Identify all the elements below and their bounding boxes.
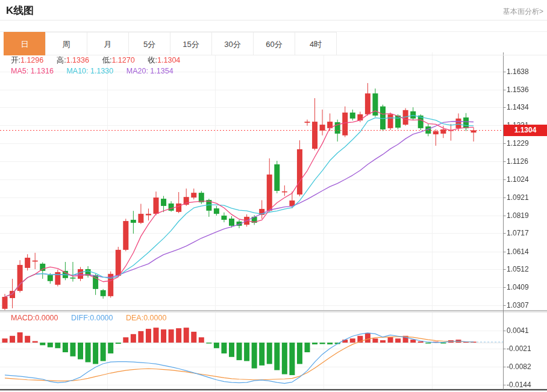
tab-5min[interactable]: 5分 [128, 32, 170, 55]
page-title: K线图 [6, 4, 34, 17]
tab-day[interactable]: 日 [4, 32, 46, 55]
tabbar-filler [337, 32, 547, 55]
header-divider [0, 20, 547, 20]
tab-60min[interactable]: 60分 [253, 32, 295, 55]
kline-page: K线图 基本面分析> 日 周 月 5分 15分 30分 60分 4时 开:1.1… [0, 0, 547, 392]
tab-4hour[interactable]: 4时 [295, 32, 337, 55]
tab-month[interactable]: 月 [87, 32, 129, 55]
kline-chart-canvas[interactable] [0, 0, 547, 392]
tab-30min[interactable]: 30分 [211, 32, 254, 55]
fundamental-analysis-link[interactable]: 基本面分析> [503, 7, 543, 17]
period-tabbar: 日 周 月 5分 15分 30分 60分 4时 [0, 31, 547, 55]
tab-week[interactable]: 周 [45, 32, 87, 55]
tab-15min[interactable]: 15分 [170, 32, 212, 55]
